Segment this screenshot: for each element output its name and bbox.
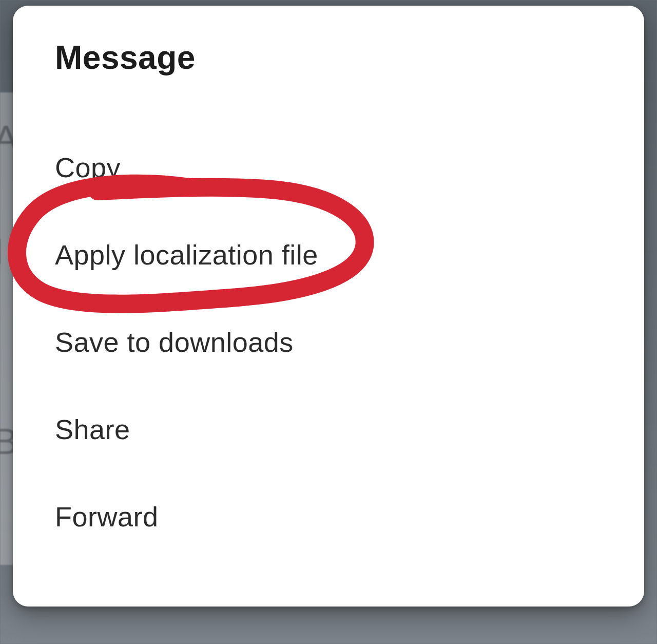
menu-item-copy[interactable]: Copy xyxy=(55,124,602,211)
dialog-title: Message xyxy=(55,39,602,77)
menu-item-forward[interactable]: Forward xyxy=(55,473,602,560)
message-context-dialog: Message Copy Apply localization file Sav… xyxy=(13,6,644,607)
menu-item-share[interactable]: Share xyxy=(55,386,602,473)
menu-item-apply-localization-file[interactable]: Apply localization file xyxy=(55,211,602,298)
context-menu: Copy Apply localization file Save to dow… xyxy=(55,124,602,560)
screenshot-root: A I B Message Copy Apply localization fi… xyxy=(0,0,657,644)
menu-item-save-to-downloads[interactable]: Save to downloads xyxy=(55,298,602,386)
